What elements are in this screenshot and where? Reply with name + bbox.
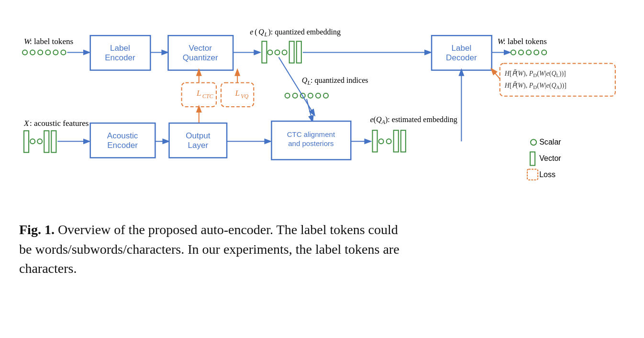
svg-point-52	[387, 139, 391, 144]
svg-point-0	[22, 50, 27, 55]
l-ctc-label-L: L	[196, 89, 201, 98]
svg-point-20	[511, 50, 516, 55]
svg-point-31	[293, 93, 298, 98]
svg-rect-59	[530, 152, 535, 165]
svg-point-33	[308, 93, 313, 98]
fig-label: Fig. 1.	[19, 222, 55, 237]
diagram-area: W : label tokens Label Encoder Vector Qu…	[19, 10, 625, 215]
svg-rect-7	[90, 35, 151, 70]
svg-rect-46	[169, 123, 227, 158]
svg-point-21	[519, 50, 523, 55]
svg-point-22	[526, 50, 531, 55]
svg-point-40	[37, 139, 42, 144]
label-decoder-text2: Decoder	[446, 53, 477, 62]
svg-point-1	[30, 50, 35, 55]
svg-rect-38	[24, 131, 29, 152]
svg-rect-60	[527, 169, 538, 180]
svg-rect-56	[500, 64, 615, 96]
svg-point-4	[53, 50, 58, 55]
svg-point-24	[542, 50, 546, 55]
architecture-diagram: W : label tokens Label Encoder Vector Qu…	[19, 10, 625, 215]
acoustic-encoder-text1: Acoustic	[107, 131, 138, 140]
svg-point-13	[275, 50, 280, 55]
svg-point-34	[316, 93, 321, 98]
vector-label: Vector	[539, 154, 561, 162]
svg-rect-42	[51, 131, 56, 152]
w-label-tokens-top-colon: : label tokens	[30, 37, 73, 46]
eql-label-end: ): quantized embedding	[268, 28, 341, 36]
ql-label: QL: quantized indices	[302, 76, 368, 86]
eqa-label: e(QA): estimated embedding	[370, 115, 457, 125]
loss-label: Loss	[539, 170, 555, 179]
svg-rect-41	[44, 131, 49, 152]
x-acoustic-colon: : acoustic features	[30, 119, 89, 128]
svg-rect-50	[373, 130, 378, 152]
svg-rect-11	[262, 41, 266, 63]
svg-point-58	[531, 139, 536, 145]
svg-rect-18	[432, 35, 492, 70]
caption-text: Overview of the proposed auto-encoder. T…	[19, 222, 400, 276]
vector-quantizer-text1: Vector	[189, 44, 212, 53]
svg-point-51	[379, 139, 384, 144]
w-label-tokens-right-colon: : label tokens	[503, 37, 547, 46]
l-vq-label-sub: VQ	[241, 93, 248, 100]
ctc-text1: CTC alignment	[287, 130, 335, 138]
acoustic-encoder-text2: Encoder	[107, 141, 138, 150]
svg-rect-54	[401, 130, 406, 152]
svg-point-30	[285, 93, 290, 98]
vector-quantizer-text2: Quantizer	[183, 53, 218, 62]
caption-area: Fig. 1. Overview of the proposed auto-en…	[19, 220, 411, 279]
svg-point-5	[61, 50, 66, 55]
svg-rect-9	[168, 35, 233, 70]
x-acoustic-label: X	[23, 119, 29, 128]
output-layer-text1: Output	[186, 131, 211, 140]
svg-point-35	[323, 93, 328, 98]
label-decoder-text1: Label	[451, 44, 471, 53]
l-vq-label-L: L	[234, 89, 240, 98]
cross-entropy-line2: H[P̃(W), PD(W|e(QA))]	[504, 81, 566, 90]
svg-point-2	[38, 50, 43, 55]
svg-point-39	[30, 139, 35, 144]
eql-label-L: L	[264, 31, 267, 38]
eql-label-e: e	[250, 28, 253, 36]
svg-rect-44	[90, 123, 155, 158]
output-layer-text2: Layer	[188, 141, 208, 150]
eql-label-rest: (	[255, 28, 257, 36]
svg-point-12	[267, 50, 272, 55]
svg-rect-15	[289, 41, 294, 63]
label-encoder-text1: Label	[110, 44, 130, 53]
svg-rect-16	[297, 41, 301, 63]
svg-rect-53	[394, 130, 399, 152]
l-ctc-label-sub: CTC	[202, 93, 214, 100]
svg-point-3	[45, 50, 50, 55]
svg-point-14	[282, 50, 287, 55]
svg-point-23	[534, 50, 539, 55]
label-encoder-text2: Encoder	[105, 53, 135, 62]
scalar-label: Scalar	[539, 137, 561, 146]
ctc-text2: and posteriors	[288, 139, 333, 147]
svg-line-57	[492, 69, 500, 79]
cross-entropy-line1: H[P̃(W), PD(W|e(QL))]	[504, 69, 566, 78]
eql-label-Q: Q	[258, 28, 264, 36]
